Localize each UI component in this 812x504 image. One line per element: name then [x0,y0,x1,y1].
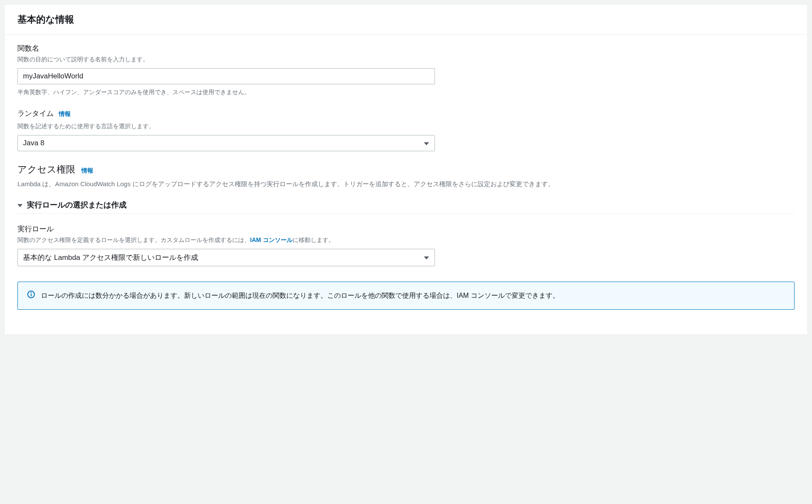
runtime-label: ランタイム [17,109,54,118]
runtime-select-wrapper: Java 8 [17,135,435,151]
info-box-text: ロールの作成には数分かかる場合があります。新しいロールの範囲は現在の関数になりま… [41,290,559,302]
permissions-section: アクセス権限 情報 Lambda は、Amazon CloudWatch Log… [17,163,795,310]
runtime-info-link[interactable]: 情報 [59,110,71,118]
expander-label: 実行ロールの選択または作成 [27,200,127,210]
svg-point-1 [31,292,32,293]
permissions-title: アクセス権限 [17,163,75,176]
iam-console-link[interactable]: IAM コンソール [250,236,293,243]
svg-rect-2 [31,294,32,296]
execution-role-label: 実行ロール [17,224,54,234]
runtime-select[interactable]: Java 8 [17,135,435,151]
execution-role-select-wrapper: 基本的な Lambda アクセス権限で新しいロールを作成 [17,249,435,266]
panel-header: 基本的な情報 [5,5,807,35]
execution-role-desc-suffix: に移動します。 [293,236,334,243]
execution-role-desc-prefix: 関数のアクセス権限を定義するロールを選択します。カスタムロールを作成するには、 [17,236,250,243]
function-name-input[interactable] [17,68,435,84]
permissions-description: Lambda は、Amazon CloudWatch Logs にログをアップロ… [17,179,795,190]
execution-role-select[interactable]: 基本的な Lambda アクセス権限で新しいロールを作成 [17,249,435,266]
function-name-hint: 半角英数字、ハイフン、アンダースコアのみを使用でき、スペースは使用できません。 [17,88,795,97]
execution-role-expander[interactable]: 実行ロールの選択または作成 [17,196,795,214]
execution-role-description: 関数のアクセス権限を定義するロールを選択します。カスタムロールを作成するには、I… [17,236,795,245]
function-name-label: 関数名 [17,43,39,53]
execution-role-group: 実行ロール 関数のアクセス権限を定義するロールを選択します。カスタムロールを作成… [17,224,795,266]
function-name-group: 関数名 関数の目的について説明する名前を入力します。 半角英数字、ハイフン、アン… [17,43,795,97]
panel-content: 関数名 関数の目的について説明する名前を入力します。 半角英数字、ハイフン、アン… [5,35,807,334]
caret-down-icon [17,201,23,209]
runtime-description: 関数を記述するために使用する言語を選択します。 [17,122,795,131]
permissions-info-link[interactable]: 情報 [81,167,93,175]
panel-title: 基本的な情報 [17,13,795,26]
basic-info-panel: 基本的な情報 関数名 関数の目的について説明する名前を入力します。 半角英数字、… [4,4,808,335]
runtime-group: ランタイム 情報 関数を記述するために使用する言語を選択します。 Java 8 [17,109,795,151]
info-icon [27,291,35,302]
role-creation-info-box: ロールの作成には数分かかる場合があります。新しいロールの範囲は現在の関数になりま… [17,282,795,310]
function-name-description: 関数の目的について説明する名前を入力します。 [17,55,795,64]
